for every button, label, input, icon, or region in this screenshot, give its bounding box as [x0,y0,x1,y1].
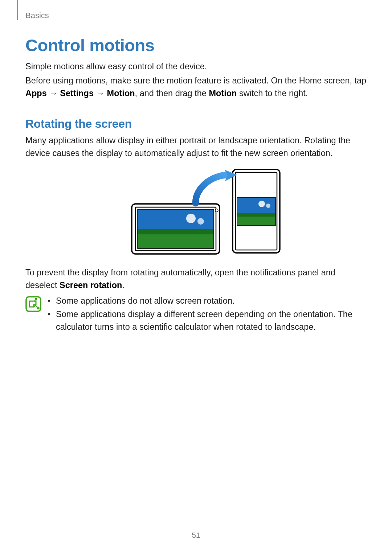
page-content: Control motions Simple motions allow eas… [25,35,367,333]
svg-rect-12 [138,229,214,234]
rotating-paragraph: Many applications allow display in eithe… [25,134,367,160]
heading-rotating-screen: Rotating the screen [25,117,367,131]
rotation-figure [25,168,367,258]
bullet-text: Some applications display a different sc… [56,308,367,333]
note-icon [25,296,41,312]
svg-point-13 [186,214,196,223]
svg-rect-4 [237,213,275,217]
text: , and then drag the [135,89,209,98]
text-motion: Motion [107,89,135,98]
text: switch to the right. [237,89,308,98]
text-motion-2: Motion [209,89,237,98]
text: → [47,89,60,98]
bullet-text: Some applications do not allow screen ro… [56,295,234,307]
svg-point-5 [258,201,265,207]
note-bullets: Some applications do not allow screen ro… [48,295,367,333]
svg-rect-11 [138,233,214,249]
bullet-dot [48,300,50,302]
note-block: Some applications do not allow screen ro… [25,295,367,333]
bullet-item: Some applications do not allow screen ro… [48,295,367,307]
header-rule [17,0,18,20]
text: → [94,89,107,98]
svg-point-16 [215,209,218,212]
bullet-item: Some applications display a different sc… [48,308,367,333]
text-settings: Settings [60,89,94,98]
heading-control-motions: Control motions [25,35,367,55]
svg-point-14 [197,218,204,225]
text: Before using motions, make sure the moti… [25,76,366,85]
bullet-dot [48,313,50,315]
text: . [122,280,124,290]
intro-paragraph-1: Simple motions allow easy control of the… [25,60,367,73]
prevent-paragraph: To prevent the display from rotating aut… [25,266,367,292]
page-number: 51 [0,531,392,539]
text-apps: Apps [25,89,47,98]
section-label: Basics [25,11,49,20]
svg-point-6 [266,204,270,208]
svg-rect-3 [237,216,275,226]
intro-paragraph-2: Before using motions, make sure the moti… [25,74,367,100]
text-screen-rotation: Screen rotation [60,280,122,290]
